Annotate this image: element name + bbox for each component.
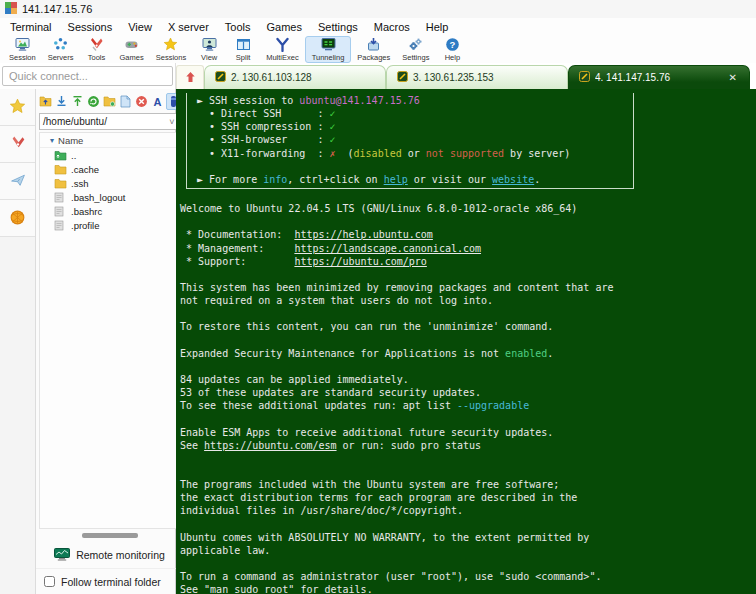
- help-button[interactable]: ?Help: [435, 36, 469, 63]
- sidebar-tab-tools-knife[interactable]: [0, 126, 35, 163]
- games-button[interactable]: Games: [114, 36, 150, 63]
- terminal-line: To see these additional updates run: apt…: [180, 399, 756, 412]
- terminal-text: applicable law.: [180, 545, 270, 556]
- terminal-text: • SSH-browser :: [197, 134, 329, 145]
- terminal-text: • SSH compression :: [197, 121, 329, 132]
- terminal-line: • Direct SSH : ✓: [197, 107, 633, 120]
- terminal-text: • X11-forwarding :: [197, 148, 329, 159]
- terminal-line: Expanded Security Maintenance for Applic…: [180, 347, 756, 360]
- file-row[interactable]: .bash_logout: [40, 190, 179, 204]
- tools-icon: [89, 37, 104, 52]
- file-row[interactable]: .cache: [40, 162, 179, 176]
- session-tab[interactable]: 4. 141.147.15.76✕: [568, 65, 750, 89]
- terminal-line: ► For more info, ctrl+click on help or v…: [197, 173, 633, 186]
- servers-icon: [53, 37, 68, 52]
- terminal-line: To run a command as administrator (user …: [180, 570, 756, 583]
- terminal-link[interactable]: https://ubuntu.com/pro: [294, 256, 426, 267]
- terminal-link[interactable]: https://help.ubuntu.com: [294, 229, 432, 240]
- tab-label: 4. 141.147.15.76: [595, 72, 722, 83]
- delete-button[interactable]: [134, 93, 149, 110]
- menu-item-view[interactable]: View: [120, 19, 160, 35]
- menu-item-settings[interactable]: Settings: [310, 19, 366, 35]
- terminal-text: or: [402, 148, 426, 159]
- terminal[interactable]: ► SSH session to ubuntu@141.147.15.76 • …: [176, 89, 756, 594]
- quick-connect-input[interactable]: [2, 66, 173, 86]
- sidebar-tab-macros-plane[interactable]: [0, 163, 35, 200]
- panel-splitter[interactable]: [36, 529, 183, 542]
- file-name: .cache: [71, 164, 99, 175]
- terminal-line: not required on a system that users do n…: [180, 294, 756, 307]
- menu-item-x-server[interactable]: X server: [160, 19, 217, 35]
- menu-item-help[interactable]: Help: [418, 19, 457, 35]
- terminal-line: [180, 557, 756, 570]
- terminal-text: See "man sudo_root" for details.: [180, 584, 373, 594]
- upload-button[interactable]: [70, 93, 85, 110]
- toolbar-button-label: View: [201, 53, 217, 62]
- terminal-line: [180, 268, 756, 281]
- sidebar-tab-sessions-star[interactable]: [0, 89, 35, 126]
- menu-item-macros[interactable]: Macros: [366, 19, 418, 35]
- file-icon: [54, 192, 67, 203]
- settings-button[interactable]: Settings: [396, 36, 435, 63]
- session-button[interactable]: Session: [3, 36, 42, 63]
- menu-item-sessions[interactable]: Sessions: [60, 19, 121, 35]
- session-tab-bar: 2. 130.61.103.1283. 130.61.235.1534. 141…: [176, 63, 756, 89]
- terminal-line: [180, 518, 756, 531]
- menu-item-terminal[interactable]: Terminal: [2, 19, 60, 35]
- tunneling-button[interactable]: Tunneling: [305, 36, 352, 63]
- close-icon[interactable]: ✕: [727, 72, 739, 83]
- terminal-link[interactable]: https://ubuntu.com/esm: [204, 440, 336, 451]
- encoding-button[interactable]: A: [150, 93, 165, 110]
- menu-item-tools[interactable]: Tools: [217, 19, 259, 35]
- terminal-text: ✓: [329, 134, 335, 145]
- tab-label: 2. 130.61.103.128: [231, 72, 375, 83]
- terminal-line: [180, 360, 756, 373]
- terminal-link[interactable]: help: [384, 174, 408, 185]
- split-button[interactable]: Split: [226, 36, 260, 63]
- terminal-link[interactable]: website: [492, 174, 534, 185]
- terminal-link[interactable]: https://landscape.canonical.com: [294, 243, 481, 254]
- terminal-body: Welcome to Ubuntu 22.04.5 LTS (GNU/Linux…: [180, 189, 756, 594]
- path-dropdown[interactable]: /home/ubuntu/ ˅: [39, 113, 180, 130]
- toolbar-button-label: Session: [9, 53, 36, 62]
- terminal-text: enabled: [505, 348, 547, 359]
- packages-icon: [366, 37, 381, 52]
- terminal-text: Enable ESM Apps to receive additional fu…: [180, 427, 553, 438]
- file-list-header[interactable]: ▾ Name: [40, 133, 179, 148]
- remote-monitoring-button[interactable]: Remote monitoring: [36, 542, 183, 568]
- file-row[interactable]: .ssh: [40, 176, 179, 190]
- terminal-text: * Support:: [180, 256, 294, 267]
- menu-item-games[interactable]: Games: [259, 19, 310, 35]
- refresh-button[interactable]: [86, 93, 101, 110]
- parent-folder-button[interactable]: [38, 93, 53, 110]
- follow-terminal-folder-checkbox[interactable]: [44, 576, 55, 587]
- mobaxterm-window: 141.147.15.76 TerminalSessionsViewX serv…: [0, 0, 756, 594]
- servers-button[interactable]: Servers: [42, 36, 80, 63]
- terminal-text: 53 of these updates are standard securit…: [180, 387, 481, 398]
- toolbar-button-label: Settings: [402, 53, 429, 62]
- tools-button[interactable]: Tools: [80, 36, 114, 63]
- terminal-line: [197, 160, 633, 173]
- terminal-text: This system has been minimized by removi…: [180, 282, 613, 293]
- main-area: A /home/ubuntu/ ˅ ▾ Name ...cache.ssh.ba…: [0, 89, 756, 594]
- session-tab[interactable]: 3. 130.61.235.153: [386, 65, 568, 89]
- file-row[interactable]: .bashrc: [40, 204, 179, 218]
- file-row[interactable]: .profile: [40, 218, 179, 232]
- split-icon: [236, 37, 251, 52]
- sidebar-tab-sftp-globe[interactable]: [0, 200, 35, 237]
- new-folder-button[interactable]: [102, 93, 117, 110]
- session-tab[interactable]: 2. 130.61.103.128: [204, 65, 386, 89]
- folder-up-icon: [54, 150, 67, 161]
- detach-tab-button[interactable]: [176, 65, 204, 89]
- multiexec-button[interactable]: MultiExec: [260, 36, 305, 63]
- toolbar-button-label: Tools: [88, 53, 106, 62]
- packages-button[interactable]: Packages: [351, 36, 396, 63]
- terminal-line: 84 updates can be applied immediately.: [180, 373, 756, 386]
- file-row[interactable]: ..: [40, 148, 179, 162]
- drag-handle[interactable]: [82, 533, 138, 538]
- sessions-button[interactable]: Sessions: [150, 36, 192, 63]
- view-button[interactable]: View: [192, 36, 226, 63]
- quick-connect-wrap: [0, 63, 176, 89]
- new-file-button[interactable]: [118, 93, 133, 110]
- download-button[interactable]: [54, 93, 69, 110]
